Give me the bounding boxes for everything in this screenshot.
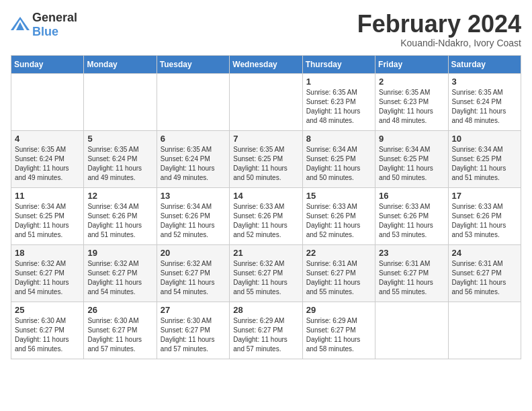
- day-cell: 25Sunrise: 6:30 AM Sunset: 6:27 PM Dayli…: [11, 302, 84, 359]
- day-cell: 8Sunrise: 6:34 AM Sunset: 6:25 PM Daylig…: [302, 130, 375, 187]
- day-info: Sunrise: 6:34 AM Sunset: 6:26 PM Dayligh…: [161, 202, 226, 240]
- day-info: Sunrise: 6:29 AM Sunset: 6:27 PM Dayligh…: [306, 316, 371, 354]
- day-number: 4: [15, 134, 80, 144]
- day-number: 15: [306, 191, 371, 201]
- day-number: 24: [452, 248, 517, 258]
- day-number: 26: [87, 305, 152, 315]
- day-cell: 21Sunrise: 6:32 AM Sunset: 6:27 PM Dayli…: [230, 244, 302, 302]
- day-info: Sunrise: 6:34 AM Sunset: 6:25 PM Dayligh…: [452, 145, 517, 183]
- col-header-thursday: Thursday: [302, 55, 375, 73]
- day-cell: 6Sunrise: 6:35 AM Sunset: 6:24 PM Daylig…: [157, 130, 229, 187]
- day-cell: 14Sunrise: 6:33 AM Sunset: 6:26 PM Dayli…: [230, 187, 302, 244]
- day-info: Sunrise: 6:33 AM Sunset: 6:26 PM Dayligh…: [233, 202, 298, 240]
- week-row-5: 25Sunrise: 6:30 AM Sunset: 6:27 PM Dayli…: [11, 302, 521, 359]
- day-cell: [375, 302, 448, 359]
- day-info: Sunrise: 6:33 AM Sunset: 6:26 PM Dayligh…: [452, 202, 517, 240]
- logo-blue: Blue: [32, 25, 58, 38]
- day-number: 20: [161, 248, 226, 258]
- col-header-wednesday: Wednesday: [230, 55, 302, 73]
- day-cell: 26Sunrise: 6:30 AM Sunset: 6:27 PM Dayli…: [84, 302, 157, 359]
- logo-icon: [11, 17, 30, 30]
- day-cell: 13Sunrise: 6:34 AM Sunset: 6:26 PM Dayli…: [157, 187, 229, 244]
- day-cell: 17Sunrise: 6:33 AM Sunset: 6:26 PM Dayli…: [448, 187, 521, 244]
- location-subtitle: Kouandi-Ndakro, Ivory Coast: [357, 38, 521, 48]
- day-info: Sunrise: 6:35 AM Sunset: 6:23 PM Dayligh…: [379, 88, 444, 126]
- day-info: Sunrise: 6:34 AM Sunset: 6:25 PM Dayligh…: [15, 202, 80, 240]
- week-row-1: 1Sunrise: 6:35 AM Sunset: 6:23 PM Daylig…: [11, 73, 521, 130]
- calendar-table: SundayMondayTuesdayWednesdayThursdayFrid…: [11, 55, 521, 359]
- day-cell: [84, 73, 157, 130]
- day-info: Sunrise: 6:30 AM Sunset: 6:27 PM Dayligh…: [161, 316, 226, 354]
- day-number: 27: [161, 305, 226, 315]
- day-number: 2: [379, 77, 444, 87]
- day-cell: [157, 73, 229, 130]
- day-number: 18: [15, 248, 80, 258]
- day-info: Sunrise: 6:33 AM Sunset: 6:26 PM Dayligh…: [306, 202, 371, 240]
- day-cell: 9Sunrise: 6:34 AM Sunset: 6:25 PM Daylig…: [375, 130, 448, 187]
- week-row-4: 18Sunrise: 6:32 AM Sunset: 6:27 PM Dayli…: [11, 244, 521, 302]
- day-info: Sunrise: 6:35 AM Sunset: 6:24 PM Dayligh…: [452, 88, 517, 126]
- day-number: 8: [306, 134, 371, 144]
- day-number: 23: [379, 248, 444, 258]
- col-header-monday: Monday: [84, 55, 157, 73]
- day-cell: [448, 302, 521, 359]
- day-info: Sunrise: 6:32 AM Sunset: 6:27 PM Dayligh…: [233, 259, 298, 297]
- day-cell: 3Sunrise: 6:35 AM Sunset: 6:24 PM Daylig…: [448, 73, 521, 130]
- day-number: 22: [306, 248, 371, 258]
- day-cell: 7Sunrise: 6:35 AM Sunset: 6:25 PM Daylig…: [230, 130, 302, 187]
- day-number: 7: [233, 134, 298, 144]
- day-info: Sunrise: 6:32 AM Sunset: 6:27 PM Dayligh…: [87, 259, 152, 297]
- day-number: 17: [452, 191, 517, 201]
- day-info: Sunrise: 6:34 AM Sunset: 6:26 PM Dayligh…: [87, 202, 152, 240]
- day-cell: 29Sunrise: 6:29 AM Sunset: 6:27 PM Dayli…: [302, 302, 375, 359]
- day-number: 14: [233, 191, 298, 201]
- day-info: Sunrise: 6:35 AM Sunset: 6:24 PM Dayligh…: [161, 145, 226, 183]
- day-cell: 18Sunrise: 6:32 AM Sunset: 6:27 PM Dayli…: [11, 244, 84, 302]
- day-number: 12: [87, 191, 152, 201]
- day-cell: 28Sunrise: 6:29 AM Sunset: 6:27 PM Dayli…: [230, 302, 302, 359]
- day-info: Sunrise: 6:32 AM Sunset: 6:27 PM Dayligh…: [161, 259, 226, 297]
- day-number: 9: [379, 134, 444, 144]
- day-info: Sunrise: 6:31 AM Sunset: 6:27 PM Dayligh…: [306, 259, 371, 297]
- day-number: 25: [15, 305, 80, 315]
- day-info: Sunrise: 6:32 AM Sunset: 6:27 PM Dayligh…: [15, 259, 80, 297]
- day-cell: 23Sunrise: 6:31 AM Sunset: 6:27 PM Dayli…: [375, 244, 448, 302]
- day-number: 19: [87, 248, 152, 258]
- day-cell: 20Sunrise: 6:32 AM Sunset: 6:27 PM Dayli…: [157, 244, 229, 302]
- day-number: 3: [452, 77, 517, 87]
- col-header-saturday: Saturday: [448, 55, 521, 73]
- day-info: Sunrise: 6:33 AM Sunset: 6:26 PM Dayligh…: [379, 202, 444, 240]
- day-info: Sunrise: 6:29 AM Sunset: 6:27 PM Dayligh…: [233, 316, 298, 354]
- day-info: Sunrise: 6:30 AM Sunset: 6:27 PM Dayligh…: [15, 316, 80, 354]
- day-number: 13: [161, 191, 226, 201]
- day-cell: 27Sunrise: 6:30 AM Sunset: 6:27 PM Dayli…: [157, 302, 229, 359]
- day-info: Sunrise: 6:34 AM Sunset: 6:25 PM Dayligh…: [306, 145, 371, 183]
- day-cell: 19Sunrise: 6:32 AM Sunset: 6:27 PM Dayli…: [84, 244, 157, 302]
- day-cell: 22Sunrise: 6:31 AM Sunset: 6:27 PM Dayli…: [302, 244, 375, 302]
- day-info: Sunrise: 6:31 AM Sunset: 6:27 PM Dayligh…: [379, 259, 444, 297]
- col-header-friday: Friday: [375, 55, 448, 73]
- page-header: General Blue February 2024 Kouandi-Ndakr…: [11, 11, 521, 48]
- day-number: 29: [306, 305, 371, 315]
- title-area: February 2024 Kouandi-Ndakro, Ivory Coas…: [357, 11, 521, 48]
- day-cell: [11, 73, 84, 130]
- month-title: February 2024: [357, 11, 521, 38]
- day-info: Sunrise: 6:30 AM Sunset: 6:27 PM Dayligh…: [87, 316, 152, 354]
- day-number: 11: [15, 191, 80, 201]
- logo: General Blue: [11, 11, 77, 39]
- day-number: 10: [452, 134, 517, 144]
- week-row-3: 11Sunrise: 6:34 AM Sunset: 6:25 PM Dayli…: [11, 187, 521, 244]
- day-number: 21: [233, 248, 298, 258]
- col-header-sunday: Sunday: [11, 55, 84, 73]
- day-info: Sunrise: 6:31 AM Sunset: 6:27 PM Dayligh…: [452, 259, 517, 297]
- day-number: 16: [379, 191, 444, 201]
- col-header-tuesday: Tuesday: [157, 55, 229, 73]
- week-row-2: 4Sunrise: 6:35 AM Sunset: 6:24 PM Daylig…: [11, 130, 521, 187]
- logo-general: General: [32, 11, 77, 24]
- day-cell: 4Sunrise: 6:35 AM Sunset: 6:24 PM Daylig…: [11, 130, 84, 187]
- day-info: Sunrise: 6:35 AM Sunset: 6:23 PM Dayligh…: [306, 88, 371, 126]
- day-cell: 1Sunrise: 6:35 AM Sunset: 6:23 PM Daylig…: [302, 73, 375, 130]
- day-cell: 2Sunrise: 6:35 AM Sunset: 6:23 PM Daylig…: [375, 73, 448, 130]
- day-cell: [230, 73, 302, 130]
- day-cell: 11Sunrise: 6:34 AM Sunset: 6:25 PM Dayli…: [11, 187, 84, 244]
